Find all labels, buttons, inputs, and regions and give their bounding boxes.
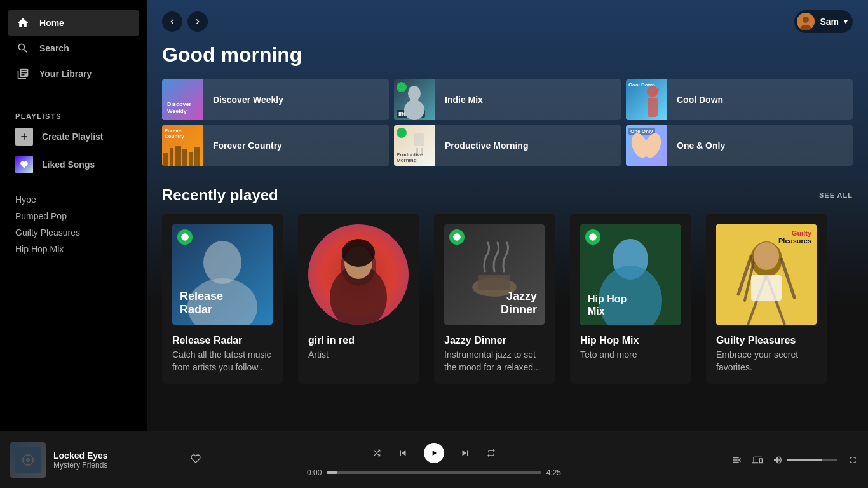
volume-button[interactable] — [773, 455, 783, 465]
playlist-list: Hype Pumped Pop Guilty Pleasures Hip Hop… — [0, 189, 147, 259]
svg-rect-16 — [414, 133, 424, 146]
volume-bar[interactable] — [787, 459, 837, 461]
svg-point-44 — [754, 242, 779, 270]
discover-weekly-img: DiscoverWeekly — [162, 79, 203, 120]
see-all-button[interactable]: SEE ALL — [819, 191, 853, 199]
search-icon — [15, 41, 31, 56]
forever-country-label: Forever Country — [203, 140, 292, 151]
forever-country-badge: Forever Country — [165, 128, 203, 139]
spotify-badge-hiphop — [585, 229, 600, 245]
like-track-button[interactable] — [191, 454, 201, 466]
card-jazzy-dinner[interactable]: JazzyDinner Jazzy Dinner Instrumental ja… — [434, 214, 555, 384]
discover-weekly-label: Discover Weekly — [203, 95, 294, 105]
card-release-radar[interactable]: ReleaseRadar Release Radar Catch all the… — [162, 214, 283, 384]
forever-country-img: Forever Country — [162, 125, 203, 166]
sidebar: Home Search Your Library PLAYLISTS Creat… — [0, 0, 147, 431]
sidebar-item-search[interactable]: Search — [8, 36, 139, 61]
fullscreen-button[interactable] — [848, 455, 858, 465]
user-name: Sam — [820, 17, 839, 27]
svg-rect-12 — [182, 149, 187, 166]
control-buttons — [372, 443, 496, 463]
jazzy-dinner-subtitle: Instrumental jazz to set the mood for a … — [444, 349, 545, 374]
track-thumbnail — [10, 442, 46, 478]
guilty-pleasures-subtitle: Embrace your secret favorites. — [716, 349, 817, 374]
svg-rect-10 — [170, 148, 173, 166]
time-current: 0:00 — [307, 468, 322, 477]
quick-card-forever-country[interactable]: Forever Country Forever Country — [162, 125, 389, 166]
create-playlist-button[interactable]: Create Playlist — [0, 123, 147, 151]
playlist-item-pumped-pop[interactable]: Pumped Pop — [15, 208, 132, 224]
card-girl-in-red[interactable]: girl in red Artist — [298, 214, 419, 384]
recently-played-cards: ReleaseRadar Release Radar Catch all the… — [147, 214, 868, 384]
sidebar-item-home[interactable]: Home — [8, 10, 139, 36]
top-bar: Sam ▾ — [147, 0, 868, 43]
liked-songs-button[interactable]: Liked Songs — [0, 151, 147, 179]
svg-point-22 — [203, 241, 241, 284]
forward-button[interactable] — [187, 11, 208, 32]
guilty-pleasures-title: Guilty Pleasures — [716, 335, 817, 346]
recently-played-title: Recently played — [162, 186, 278, 204]
queue-button[interactable] — [732, 455, 742, 465]
shuffle-button[interactable] — [372, 448, 382, 458]
cool-down-label: Cool Down — [667, 95, 733, 105]
quick-card-one-only[interactable]: One Only One & Only — [626, 125, 853, 166]
playlist-item-hip-hop-mix[interactable]: Hip Hop Mix — [15, 241, 132, 257]
devices-button[interactable] — [752, 455, 763, 465]
svg-rect-9 — [163, 153, 168, 166]
svg-point-21 — [181, 233, 189, 241]
previous-button[interactable] — [397, 447, 409, 459]
liked-songs-icon — [15, 156, 33, 173]
quick-card-indie-mix[interactable]: Indie Mix Indie Mix — [394, 79, 621, 120]
user-menu[interactable]: Sam ▾ — [794, 10, 853, 33]
indie-mix-img: Indie Mix — [394, 79, 435, 120]
svg-rect-14 — [194, 147, 200, 166]
svg-rect-11 — [175, 146, 181, 166]
girl-in-red-subtitle: Artist — [308, 349, 409, 362]
play-pause-button[interactable] — [424, 443, 444, 463]
card-hip-hop-mix[interactable]: Hip HopMix Hip Hop Mix Teto and more — [570, 214, 691, 384]
guilty-pleasures-img: GuiltyPleasures — [716, 224, 817, 325]
back-button[interactable] — [162, 11, 182, 32]
playlist-item-guilty-pleasures[interactable]: Guilty Pleasures — [15, 225, 132, 240]
girl-in-red-img — [308, 224, 409, 325]
quick-card-discover-weekly[interactable]: DiscoverWeekly Discover Weekly — [162, 79, 389, 120]
spotify-dot-productive — [397, 128, 407, 138]
svg-point-48 — [26, 458, 30, 462]
progress-bar[interactable] — [327, 471, 541, 474]
repeat-button[interactable] — [486, 448, 496, 458]
svg-point-1 — [803, 17, 809, 23]
release-radar-title: Release Radar — [172, 335, 273, 346]
jazzy-dinner-title: Jazzy Dinner — [444, 335, 545, 346]
chevron-down-icon: ▾ — [844, 17, 848, 26]
svg-rect-18 — [421, 148, 423, 154]
one-only-label: One & Only — [667, 140, 735, 151]
create-playlist-icon — [15, 128, 33, 146]
playlist-item-hype[interactable]: Hype — [15, 192, 132, 207]
hip-hop-mix-img: Hip HopMix — [580, 224, 681, 325]
quick-card-cool-down[interactable]: Cool Down Cool Down — [626, 79, 853, 120]
guilty-overlay: GuiltyPleasures — [778, 229, 811, 245]
player-track-info: Locked Eyes Mystery Friends — [10, 442, 201, 478]
playlists-heading: PLAYLISTS — [0, 107, 147, 123]
sidebar-item-library[interactable]: Your Library — [8, 61, 139, 86]
library-label: Your Library — [39, 69, 92, 79]
quick-card-productive-morning[interactable]: ProductiveMorning Productive Morning — [394, 125, 621, 166]
nav-buttons — [162, 11, 208, 32]
productive-morning-img: ProductiveMorning — [394, 125, 435, 166]
sidebar-divider — [15, 102, 132, 102]
productive-morning-label: Productive Morning — [435, 140, 538, 151]
track-artist: Mystery Friends — [53, 461, 183, 470]
svg-point-28 — [342, 239, 375, 267]
player-bar: Locked Eyes Mystery Friends — [0, 431, 868, 488]
hiphop-overlay: Hip HopMix — [588, 293, 627, 317]
avatar — [797, 13, 815, 30]
release-radar-img: ReleaseRadar — [172, 224, 273, 325]
svg-rect-7 — [648, 98, 658, 117]
player-controls: 0:00 4:25 — [307, 443, 561, 477]
card-guilty-pleasures[interactable]: GuiltyPleasures Guilty Pleasures Embrace… — [706, 214, 827, 384]
svg-point-5 — [404, 100, 424, 120]
progress-row: 0:00 4:25 — [307, 468, 561, 477]
svg-point-4 — [408, 86, 421, 101]
svg-rect-31 — [478, 274, 510, 290]
next-button[interactable] — [459, 447, 471, 459]
